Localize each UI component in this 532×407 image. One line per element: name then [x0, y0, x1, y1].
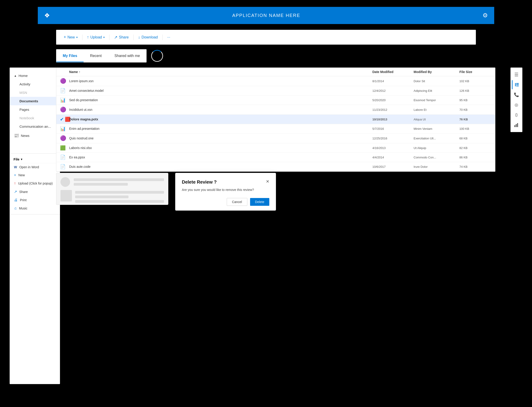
table-row[interactable]: 🟣 Lorem ipsum.xsn 8/1/2014 Dolor Sit 102… [56, 76, 495, 86]
table-row[interactable]: 📄 Ex ea.ppsx 4/4/2014 Commodo Con... 86 … [56, 153, 495, 162]
divider-3 [133, 35, 134, 40]
menu-item-upload[interactable]: ↑ Upload (Click for popup) [10, 179, 60, 188]
menu-label-open-word: Open in Word [19, 165, 39, 169]
loading-spinner [151, 50, 163, 62]
tabs-container: My Files Recent Shared with me [56, 49, 147, 63]
download-button[interactable]: ↓ Download [135, 33, 160, 41]
svg-rect-4 [514, 125, 515, 127]
file-type-icon: 📄 [60, 155, 66, 160]
divider-4 [162, 35, 163, 40]
delete-dialog: Delete Review ? ✕ Are you sure you would… [175, 173, 276, 211]
row-icon-col: 🟣 [60, 78, 66, 84]
file-label: File [14, 157, 19, 161]
view-menu-icon[interactable]: ☰ [512, 70, 521, 79]
table-row[interactable]: 🟩 Laboris nisi.xlsx 4/16/2013 Ut Aliquip… [56, 143, 495, 153]
file-size: 76 KB [459, 118, 492, 121]
sidebar-item-msn[interactable]: MSN [10, 88, 60, 97]
table-row[interactable]: 📄 Amet consectetur.model 12/4/2012 Adipi… [56, 86, 495, 95]
menu-item-share[interactable]: ↗ Share [10, 188, 60, 196]
skeleton-side-lines [75, 190, 164, 203]
tab-recent[interactable]: Recent [84, 49, 108, 62]
view-list-icon[interactable] [512, 80, 521, 89]
new-menu-icon: + [14, 173, 16, 177]
menu-item-open-word[interactable]: W Open in Word [10, 163, 60, 171]
sidebar-item-documents[interactable]: Documents [10, 97, 60, 105]
file-list: Name ↑ Date Modified Modified By File Si… [56, 68, 495, 172]
file-name: Lorem ipsum.xsn [69, 79, 372, 83]
file-size: 102 KB [459, 79, 492, 83]
share-button[interactable]: ↗ Share [111, 33, 131, 41]
svg-rect-6 [517, 123, 518, 127]
file-date: 10/10/2013 [372, 118, 413, 121]
sidebar-home[interactable]: ▲ Home [10, 71, 60, 80]
menu-label-share: Share [19, 190, 28, 194]
sidebar-item-activity[interactable]: Activity [10, 80, 60, 88]
new-button[interactable]: + New ▾ [61, 33, 80, 41]
skeleton-block [60, 190, 164, 203]
app-logo: ❖ [44, 12, 50, 19]
file-size: 68 KB [459, 137, 492, 140]
dialog-body: Are you sure you would like to remove th… [182, 188, 269, 192]
skeleton-line [74, 178, 164, 181]
header-modified-by[interactable]: Modified By [413, 70, 459, 74]
table-row[interactable]: 🟣 Incididunt ut.xsn 11/23/2012 Labore Et… [56, 105, 495, 115]
table-row[interactable]: ✔ 🟥 Dolore magna.potx 10/10/2013 Aliqua … [56, 115, 495, 124]
sidebar-item-pages[interactable]: Pages [10, 105, 60, 114]
file-type-icon: 📊 [60, 126, 66, 131]
file-name: Quis nostrud.one [69, 136, 372, 140]
file-modified-by: Labore Et [413, 108, 459, 111]
file-chevron-icon: ▾ [21, 158, 22, 161]
file-type-icon: 📄 [60, 164, 66, 169]
header-size[interactable]: File Size [459, 70, 492, 74]
code-braces-icon[interactable]: {} [512, 110, 521, 119]
delete-button[interactable]: Delete [250, 198, 269, 206]
table-row[interactable]: 📊 Enim ad.presentation 5/7/2016 Minim Ve… [56, 124, 495, 133]
sidebar-item-communication[interactable]: Communication an... [10, 122, 60, 131]
header-name[interactable]: Name ↑ [69, 70, 372, 74]
header-date[interactable]: Date Modified [372, 70, 413, 74]
upload-button[interactable]: ↑ Upload ▾ [84, 33, 108, 41]
dialog-close-button[interactable]: ✕ [266, 180, 269, 184]
menu-item-new[interactable]: + New [10, 171, 60, 179]
svg-rect-1 [516, 83, 519, 84]
print-icon: 🖨 [14, 198, 18, 202]
sidebar-item-notebook[interactable]: Notebook [10, 114, 60, 122]
more-button[interactable]: ··· [164, 34, 173, 41]
file-dropdown-header[interactable]: File ▾ [10, 156, 60, 163]
svg-rect-2 [516, 84, 519, 85]
tab-my-files[interactable]: My Files [56, 49, 84, 62]
svg-rect-3 [516, 86, 519, 86]
download-label: Download [142, 35, 158, 39]
file-type-icon: 🟣 [60, 107, 66, 112]
chart-icon[interactable] [512, 120, 521, 130]
download-icon: ↓ [138, 35, 140, 39]
skeleton-line [75, 191, 164, 194]
music-icon: ♫ [14, 206, 17, 210]
file-list-header: Name ↑ Date Modified Modified By File Si… [56, 68, 495, 76]
divider-1 [82, 35, 82, 40]
skeleton-line [75, 196, 128, 198]
settings-icon[interactable]: ⚙ [483, 12, 488, 19]
sidebar-news-label: News [21, 134, 30, 138]
new-chevron-icon: ▾ [76, 36, 78, 39]
file-name: Laboris nisi.xlsx [69, 146, 372, 150]
sidebar-item-news[interactable]: 📰 News [10, 131, 60, 140]
file-name: Incididunt ut.xsn [69, 108, 372, 111]
tab-shared[interactable]: Shared with me [108, 49, 146, 62]
menu-item-music[interactable]: ♫ Music [10, 204, 60, 212]
table-row[interactable]: 🟣 Quis nostrud.one 12/25/2016 Exercitati… [56, 133, 495, 143]
file-date: 10/6/2017 [372, 165, 413, 168]
file-size: 74 KB [459, 165, 492, 168]
svg-rect-0 [515, 83, 516, 86]
more-icon: ··· [167, 35, 170, 39]
dialog-header: Delete Review ? ✕ [182, 180, 269, 185]
file-name: Sed do.presentation [69, 98, 372, 102]
cancel-button[interactable]: Cancel [227, 198, 247, 206]
phone-icon[interactable]: 📞 [512, 90, 521, 99]
table-row[interactable]: 📊 Sed do.presentation 5/20/2020 Eiusmod … [56, 95, 495, 105]
menu-item-print[interactable]: 🖨 Print [10, 196, 60, 204]
signal-icon[interactable]: ◎ [512, 100, 521, 110]
table-row[interactable]: 📄 Duis aute.code 10/6/2017 Irure Dolor 7… [56, 162, 495, 172]
divider-2 [109, 35, 110, 40]
file-size: 126 KB [459, 89, 492, 93]
